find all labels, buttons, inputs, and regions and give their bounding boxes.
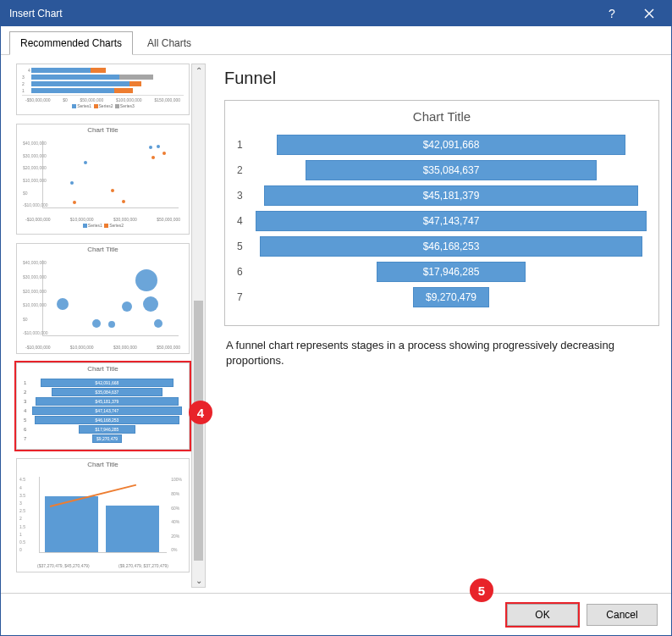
chart-type-heading: Funnel bbox=[224, 69, 659, 88]
funnel-row-label: 7 bbox=[237, 291, 256, 303]
preview-pane: Funnel Chart Title 1$42,091,6682$35,084,… bbox=[206, 64, 659, 588]
ok-button[interactable]: OK bbox=[507, 604, 578, 626]
thumb-combo[interactable]: Chart Title 100%80%60%40%20%0% 4.543.532… bbox=[16, 458, 190, 572]
funnel-row-label: 6 bbox=[237, 266, 256, 278]
funnel-row-label: 3 bbox=[237, 190, 256, 202]
cancel-button[interactable]: Cancel bbox=[587, 604, 658, 626]
funnel-bar: $45,181,379 bbox=[264, 185, 639, 206]
close-button[interactable] bbox=[631, 1, 668, 26]
funnel-row: 2$35,084,637 bbox=[237, 158, 647, 183]
funnel-row-label: 4 bbox=[237, 215, 256, 227]
thumb-funnel[interactable]: Chart Title 1$42,091,668 2$35,084,637 3$… bbox=[16, 362, 190, 450]
funnel-row: 1$42,091,668 bbox=[237, 132, 647, 158]
scroll-thumb[interactable] bbox=[194, 301, 203, 561]
funnel-bars: 1$42,091,6682$35,084,6373$45,181,3794$47… bbox=[225, 132, 658, 325]
funnel-bar: $47,143,747 bbox=[256, 211, 647, 231]
funnel-bar: $42,091,668 bbox=[277, 135, 625, 155]
thumbnail-pane: 4 3 2 1 -$50,000,000 $0 $50,000,000 $100… bbox=[16, 64, 206, 588]
annotation-marker-4: 4 bbox=[189, 401, 212, 424]
funnel-row: 5$46,168,253 bbox=[237, 234, 647, 259]
funnel-row-label: 5 bbox=[237, 241, 256, 252]
thumb-scatter[interactable]: Chart Title $40,000,000$30,000,000$20,00… bbox=[16, 124, 190, 235]
close-icon bbox=[644, 8, 654, 19]
tab-strip: Recommended Charts All Charts bbox=[1, 26, 671, 55]
chart-description: A funnel chart represents stages in a pr… bbox=[226, 338, 658, 368]
thumbnail-scrollbar[interactable]: ⌃ ⌄ bbox=[191, 64, 206, 588]
funnel-row: 4$47,143,747 bbox=[237, 208, 647, 234]
funnel-row: 7$9,270,479 bbox=[237, 285, 647, 310]
scroll-up-icon[interactable]: ⌃ bbox=[196, 66, 202, 75]
annotation-marker-5: 5 bbox=[470, 578, 493, 602]
dialog-footer: 5 OK Cancel bbox=[1, 593, 671, 635]
funnel-row-label: 2 bbox=[237, 164, 256, 176]
funnel-row: 3$45,181,379 bbox=[237, 183, 647, 208]
help-icon: ? bbox=[609, 7, 615, 20]
window-title: Insert Chart bbox=[9, 8, 593, 19]
titlebar[interactable]: Insert Chart ? bbox=[1, 1, 671, 26]
thumb-bubble[interactable]: Chart Title $40,000,000$30,000,000$20,00… bbox=[16, 243, 190, 354]
funnel-bar: $9,270,479 bbox=[413, 287, 490, 307]
chart-preview[interactable]: Chart Title 1$42,091,6682$35,084,6373$45… bbox=[224, 100, 659, 326]
dialog-body: 4 3 2 1 -$50,000,000 $0 $50,000,000 $100… bbox=[1, 55, 671, 593]
funnel-bar: $17,946,285 bbox=[377, 262, 526, 282]
funnel-bar: $46,168,253 bbox=[260, 236, 642, 257]
chart-title: Chart Title bbox=[225, 101, 658, 132]
tab-recommended[interactable]: Recommended Charts bbox=[9, 31, 133, 55]
funnel-row-label: 1 bbox=[237, 139, 256, 151]
thumb-clustered-bar[interactable]: 4 3 2 1 -$50,000,000 $0 $50,000,000 $100… bbox=[16, 64, 190, 115]
tab-all-charts[interactable]: All Charts bbox=[136, 31, 202, 54]
funnel-bar: $35,084,637 bbox=[306, 160, 597, 180]
funnel-row: 6$17,946,285 bbox=[237, 259, 647, 285]
help-button[interactable]: ? bbox=[593, 1, 631, 26]
scroll-down-icon[interactable]: ⌄ bbox=[196, 576, 202, 585]
insert-chart-dialog: Insert Chart ? Recommended Charts All Ch… bbox=[0, 0, 672, 636]
